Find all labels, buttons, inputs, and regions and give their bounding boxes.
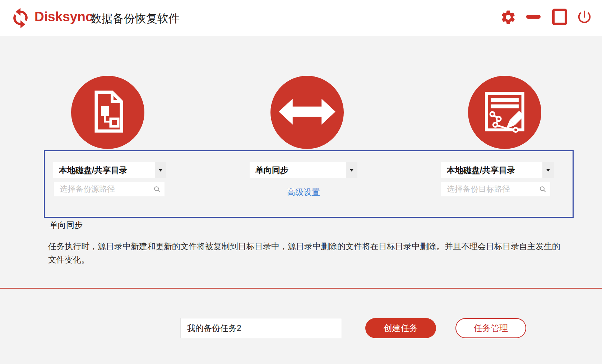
app-title: 数据备份恢复软件 — [91, 11, 180, 26]
sync-mode-selected: 单向同步 — [250, 165, 346, 176]
sync-mode-description: 任务执行时，源目录中新建和更新的文件将被复制到目标目录中，源目录中删除的文件将在… — [48, 240, 562, 266]
sync-mode-circle — [270, 76, 344, 149]
source-document-flowchart-icon — [90, 89, 126, 135]
target-path-input[interactable] — [441, 182, 550, 196]
chevron-down-icon[interactable] — [346, 162, 357, 178]
target-document-edit-icon — [483, 90, 526, 134]
target-type-selected: 本地磁盘/共享目录 — [441, 165, 542, 176]
header-bar: Disksync 数据备份恢复软件 — [0, 0, 602, 36]
search-icon[interactable] — [539, 185, 547, 193]
settings-gear-icon[interactable] — [500, 9, 517, 25]
sync-mode-dropdown[interactable]: 单向同步 — [250, 162, 357, 178]
source-path-field — [54, 182, 165, 196]
maximize-icon[interactable] — [552, 9, 567, 25]
task-name-input[interactable] — [180, 318, 342, 338]
source-path-input[interactable] — [54, 182, 165, 196]
power-icon[interactable] — [576, 9, 593, 25]
advanced-settings-link[interactable]: 高级设置 — [250, 187, 357, 198]
target-path-field — [441, 182, 550, 196]
task-manage-button[interactable]: 任务管理 — [455, 318, 526, 338]
source-type-dropdown[interactable]: 本地磁盘/共享目录 — [53, 162, 166, 178]
disksync-logo-sync-icon — [9, 6, 32, 29]
target-step-circle — [468, 76, 541, 149]
chevron-down-icon[interactable] — [542, 162, 554, 178]
source-type-selected: 本地磁盘/共享目录 — [53, 165, 155, 176]
app-window: Disksync 数据备份恢复软件 — [0, 0, 602, 364]
brand-name: Disksync — [34, 9, 93, 24]
source-step-circle — [71, 76, 144, 149]
chevron-down-icon[interactable] — [155, 162, 166, 178]
target-type-dropdown[interactable]: 本地磁盘/共享目录 — [441, 162, 554, 178]
sync-mode-name-label: 单向同步 — [50, 220, 83, 231]
section-divider — [0, 288, 602, 289]
search-icon[interactable] — [153, 185, 161, 193]
two-way-arrow-icon — [279, 95, 335, 130]
create-task-button[interactable]: 创建任务 — [365, 318, 436, 338]
minimize-icon[interactable] — [526, 15, 541, 19]
